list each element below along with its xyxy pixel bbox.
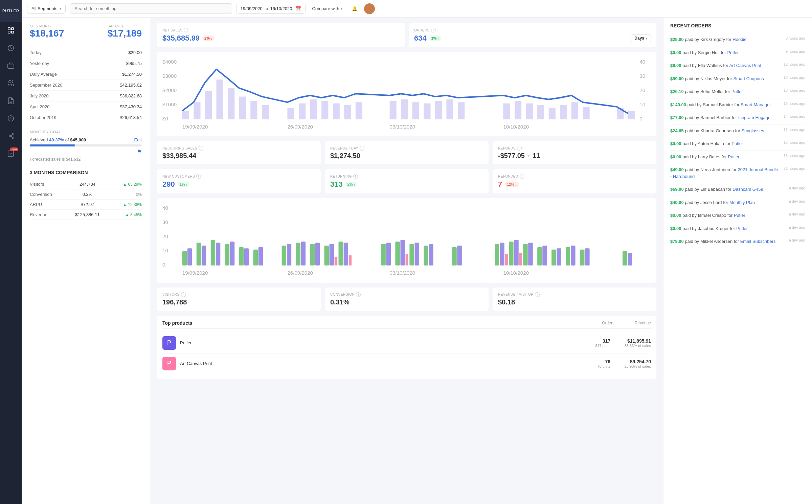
svg-rect-101 <box>500 243 504 266</box>
svg-rect-50 <box>549 108 556 119</box>
svg-rect-107 <box>528 243 533 266</box>
order-row: $49.00 paid by Jesse Lord for Monthly Pl… <box>670 196 805 209</box>
progress-bar-fill <box>30 144 75 146</box>
this-month-label: THIS MONTH <box>30 24 64 28</box>
svg-rect-86 <box>339 242 343 266</box>
order-row: $29.00 paid by Kirk Gregory for Hoodie 3… <box>670 33 805 46</box>
comparison-rows: Visitors 244,734 ▲ 65.29% Conversion 0.2… <box>30 179 142 220</box>
svg-rect-77 <box>282 246 286 266</box>
svg-point-6 <box>9 81 11 83</box>
main-chart: $4000 $3000 $2000 $1000 $0 40 30 20 10 0 <box>157 52 656 136</box>
returning-info-icon[interactable]: i <box>353 174 358 179</box>
svg-rect-28 <box>228 88 234 119</box>
product-thumbnail: P <box>162 357 176 370</box>
top-products-section: Top products Orders Revenue P Putler 317… <box>157 316 656 379</box>
svg-text:$0: $0 <box>162 116 168 121</box>
net-sales-info-icon[interactable]: i <box>184 28 188 32</box>
svg-rect-73 <box>239 247 244 266</box>
svg-rect-75 <box>253 250 258 266</box>
svg-text:30: 30 <box>639 73 645 79</box>
svg-rect-3 <box>12 31 14 33</box>
sidebar-item-dashboard[interactable] <box>0 22 22 39</box>
refunded-info-icon[interactable]: i <box>520 174 524 179</box>
main-chart-svg: $4000 $3000 $2000 $1000 $0 40 30 20 10 0 <box>162 57 651 131</box>
svg-rect-38 <box>356 102 362 119</box>
chevron-down-icon: ▾ <box>60 7 61 10</box>
sidebar-item-goals[interactable]: new <box>0 145 22 162</box>
user-avatar[interactable] <box>364 3 375 14</box>
svg-rect-102 <box>505 254 508 266</box>
svg-rect-93 <box>406 254 408 266</box>
compare-with-button[interactable]: Compare with ▾ <box>310 4 345 13</box>
new-customers-info-icon[interactable]: i <box>196 174 201 179</box>
svg-rect-79 <box>296 243 300 266</box>
notification-bell-icon[interactable]: 🔔 <box>352 6 357 11</box>
sidebar-item-products[interactable] <box>0 57 22 74</box>
svg-rect-2 <box>8 31 10 33</box>
svg-rect-116 <box>623 251 627 266</box>
middle-panel: NET SALES i $35,685.99 2% ↓ ORDERS i <box>150 18 663 504</box>
revenue-visitor-value: $0.18 <box>498 298 651 306</box>
svg-rect-43 <box>435 101 442 119</box>
sidebar-item-analytics[interactable] <box>0 110 22 127</box>
svg-rect-90 <box>386 243 391 266</box>
refunded-card: REFUNDED i 7 12% ↓ <box>493 169 656 193</box>
order-row: $9.00 paid by Ella Watkins for Art Canva… <box>670 59 805 72</box>
svg-rect-80 <box>301 242 306 266</box>
revenue-day-info-icon[interactable]: i <box>360 146 364 151</box>
days-button[interactable]: Days ▾ <box>631 34 651 42</box>
product-row: P Putler 317 317 units $11,895.91 33.33%… <box>162 333 651 353</box>
svg-rect-1 <box>12 28 14 30</box>
orders-info-icon[interactable]: i <box>431 28 436 32</box>
svg-rect-68 <box>202 246 206 266</box>
svg-rect-87 <box>344 243 348 266</box>
conversion-info-icon[interactable]: i <box>356 292 361 297</box>
revenue-day-card: REVENUE / DAY i $1,274.50 <box>325 141 489 164</box>
svg-text:10: 10 <box>639 101 645 107</box>
orders-badge: 1% ↑ <box>429 36 441 41</box>
stat-row: Yesterday$965.75 <box>30 58 142 69</box>
sidebar-item-sales[interactable] <box>0 39 22 57</box>
conversion-card: CONVERSION i 0.31% <box>325 288 489 311</box>
svg-rect-109 <box>542 246 547 266</box>
recurring-value: $33,985.44 <box>162 152 315 160</box>
returning-value: 313 <box>330 180 343 189</box>
balance-value: $17,189 <box>108 28 142 39</box>
svg-rect-45 <box>458 102 465 119</box>
revenue-visitor-info-icon[interactable]: i <box>535 292 540 297</box>
sidebar: PUTLER new <box>0 0 22 504</box>
sidebar-item-customers[interactable] <box>0 74 22 92</box>
svg-text:26/09/2020: 26/09/2020 <box>287 270 313 276</box>
refunded-value: 7 <box>498 180 502 189</box>
recurring-info-icon[interactable]: i <box>199 146 203 151</box>
date-range-picker[interactable]: 19/09/2020 to 16/10/2020 📅 <box>236 4 306 14</box>
svg-rect-114 <box>580 250 584 266</box>
goal-edit-button[interactable]: Edit <box>134 137 142 142</box>
stat-row: October 2019$26,618.54 <box>30 112 142 123</box>
segment-select[interactable]: All Segments ▾ <box>27 4 66 14</box>
refunds-info-icon[interactable]: i <box>517 146 522 151</box>
search-input[interactable] <box>70 3 232 14</box>
svg-rect-95 <box>415 243 419 266</box>
order-row: $0.00 paid by Jacobus Kruger for Putler … <box>670 222 805 235</box>
sidebar-item-affiliates[interactable] <box>0 127 22 145</box>
svg-rect-39 <box>390 101 397 119</box>
stats-header: THIS MONTH $18,167 BALANCE $17,189 <box>30 24 142 39</box>
svg-rect-40 <box>401 99 408 119</box>
svg-text:20: 20 <box>639 87 645 93</box>
svg-rect-74 <box>244 249 249 266</box>
svg-rect-98 <box>452 247 456 266</box>
visitors-info-icon[interactable]: i <box>181 292 186 297</box>
net-sales-value: $35,685.99 <box>162 34 200 43</box>
sidebar-item-reports[interactable] <box>0 92 22 110</box>
refunds-card: REFUNDS i -$577.05 • 11 <box>493 141 656 164</box>
order-row: $0.00 paid by Larry Bates for Putler 18 … <box>670 151 805 164</box>
stat-row: September 2020$42,195.62 <box>30 80 142 91</box>
svg-text:10/10/2020: 10/10/2020 <box>503 124 529 130</box>
svg-text:19/09/2020: 19/09/2020 <box>182 270 208 276</box>
order-row: $77.00 paid by Samuel Barbier for Icegra… <box>670 111 805 124</box>
goal-amount: $45,000 <box>70 137 86 142</box>
svg-text:30: 30 <box>162 219 168 225</box>
recent-orders-title: RECENT ORDERS <box>670 23 805 28</box>
conversion-value: 0.31% <box>330 298 483 306</box>
